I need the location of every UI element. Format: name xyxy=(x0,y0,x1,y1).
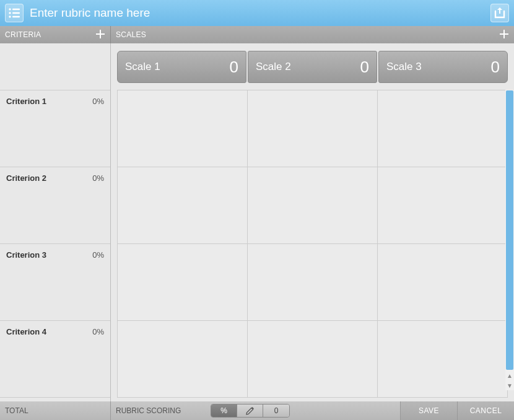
scroll-thumb[interactable] xyxy=(506,90,513,370)
menu-icon xyxy=(8,8,20,18)
grid-row xyxy=(117,243,508,321)
svg-point-2 xyxy=(9,12,11,14)
svg-point-0 xyxy=(9,8,11,10)
body: Criterion 1 0% Criterion 2 0% Criterion … xyxy=(0,43,514,401)
criterion-percent: 0% xyxy=(92,327,104,336)
criterion-percent: 0% xyxy=(92,250,104,260)
criteria-spacer xyxy=(0,43,110,90)
grid-area xyxy=(111,90,514,401)
scale-header[interactable]: Scale 1 0 xyxy=(117,51,246,83)
svg-rect-5 xyxy=(12,16,20,17)
criterion-name: Criterion 4 xyxy=(6,327,46,336)
scale-name: Scale 2 xyxy=(256,61,291,73)
footer-total: TOTAL xyxy=(0,401,110,420)
grid-cell[interactable] xyxy=(377,90,508,167)
scoring-edit-button[interactable] xyxy=(237,405,263,417)
scale-value: 0 xyxy=(230,58,238,77)
criterion-name: Criterion 1 xyxy=(6,97,46,106)
svg-rect-1 xyxy=(12,9,20,10)
criteria-column: Criterion 1 0% Criterion 2 0% Criterion … xyxy=(0,43,110,401)
scroll-up-arrow[interactable]: ▲ xyxy=(505,370,514,380)
share-button[interactable] xyxy=(490,4,509,22)
svg-point-4 xyxy=(9,15,11,17)
criterion-name: Criterion 3 xyxy=(6,250,46,260)
scoring-toggle-group: % 0 xyxy=(211,404,290,418)
grid-row xyxy=(117,167,508,244)
scale-header[interactable]: Scale 2 0 xyxy=(248,51,377,83)
svg-rect-3 xyxy=(12,12,20,14)
plus-icon xyxy=(499,29,509,39)
scales-header: SCALES xyxy=(110,26,514,43)
menu-button[interactable] xyxy=(5,4,24,22)
footer-scoring: RUBRIC SCORING % 0 xyxy=(110,401,400,420)
scoring-percent-button[interactable]: % xyxy=(211,405,237,417)
scales-header-row: Scale 1 0 Scale 2 0 Scale 3 0 xyxy=(111,43,514,90)
save-button[interactable]: SAVE xyxy=(400,401,457,420)
scoring-count-button[interactable]: 0 xyxy=(263,405,289,417)
criterion-row[interactable]: Criterion 3 0% xyxy=(0,243,110,321)
total-label: TOTAL xyxy=(5,406,28,415)
scale-name: Scale 1 xyxy=(125,61,160,73)
share-icon xyxy=(494,7,506,19)
vertical-scrollbar[interactable]: ▲ ▼ xyxy=(505,90,514,390)
scale-value: 0 xyxy=(491,58,500,77)
grid-cell[interactable] xyxy=(377,167,508,243)
grid-cell[interactable] xyxy=(377,321,508,397)
grid-cell[interactable] xyxy=(117,244,248,320)
grid-cell[interactable] xyxy=(247,244,378,320)
top-bar: Enter rubric name here xyxy=(0,0,514,26)
footer: TOTAL RUBRIC SCORING % 0 SAVE CANCEL xyxy=(0,401,514,420)
grid-cell[interactable] xyxy=(117,321,248,397)
grid-cell[interactable] xyxy=(377,244,508,320)
criterion-row[interactable]: Criterion 4 0% xyxy=(0,320,110,398)
criterion-percent: 0% xyxy=(92,173,104,183)
edit-icon xyxy=(246,406,255,415)
criterion-row[interactable]: Criterion 2 0% xyxy=(0,167,110,244)
scales-header-label: SCALES xyxy=(116,30,146,39)
scale-value: 0 xyxy=(360,58,369,77)
criteria-header-label: CRITERIA xyxy=(5,30,41,39)
grid-cell[interactable] xyxy=(117,90,248,167)
scoring-label: RUBRIC SCORING xyxy=(116,406,181,415)
criteria-header: CRITERIA xyxy=(0,26,110,43)
add-scale-button[interactable] xyxy=(499,28,509,41)
grid-cell[interactable] xyxy=(117,167,248,243)
scale-header[interactable]: Scale 3 0 xyxy=(378,51,508,83)
cancel-button[interactable]: CANCEL xyxy=(457,401,514,420)
grid-row xyxy=(117,90,508,167)
criterion-percent: 0% xyxy=(92,97,104,106)
criterion-row[interactable]: Criterion 1 0% xyxy=(0,90,110,167)
grid-cell[interactable] xyxy=(247,321,378,397)
grid-cell[interactable] xyxy=(247,90,378,167)
scales-column: Scale 1 0 Scale 2 0 Scale 3 0 xyxy=(110,43,514,401)
plus-icon xyxy=(95,29,105,39)
scale-name: Scale 3 xyxy=(386,61,422,73)
grid-row xyxy=(117,320,508,398)
sub-header: CRITERIA SCALES xyxy=(0,26,514,43)
grid-cell[interactable] xyxy=(247,167,378,243)
footer-actions: SAVE CANCEL xyxy=(400,401,514,420)
add-criterion-button[interactable] xyxy=(95,28,105,41)
rubric-name-input[interactable]: Enter rubric name here xyxy=(30,6,490,20)
criterion-name: Criterion 2 xyxy=(6,173,46,183)
scroll-down-arrow[interactable]: ▼ xyxy=(505,380,514,390)
